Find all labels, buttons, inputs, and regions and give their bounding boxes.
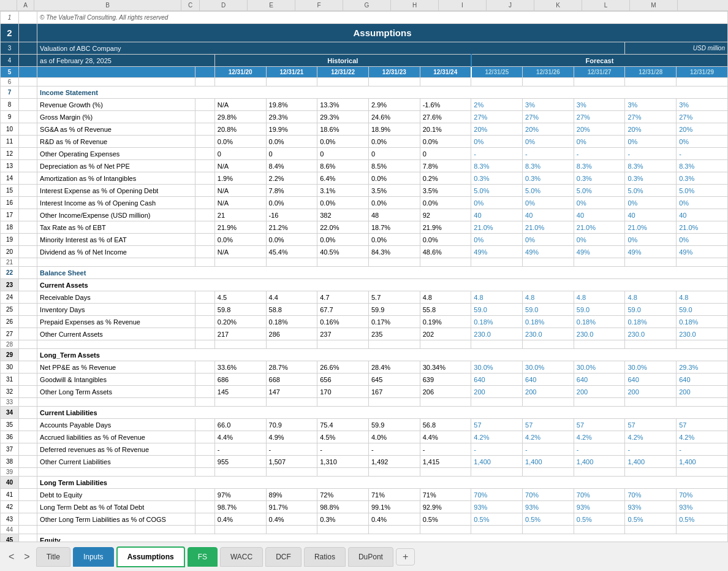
date-g: 12/31/23 bbox=[368, 67, 420, 78]
row-35: 35 Accounts Payable Days 66.0 70.9 75.4 … bbox=[1, 419, 728, 431]
date-k: 12/31/27 bbox=[574, 67, 625, 78]
tab-dcf[interactable]: DCF bbox=[265, 547, 301, 567]
date-l: 12/31/28 bbox=[625, 67, 677, 78]
tab-dupont[interactable]: DuPont bbox=[348, 547, 393, 567]
label-amort: Amortization as % of Intangibles bbox=[37, 172, 195, 185]
label-ltd: Long Term Debt as % of Total Debt bbox=[37, 501, 195, 513]
label-int-exp: Interest Expense as % of Opening Debt bbox=[37, 185, 195, 197]
label-ap-days: Accounts Payable Days bbox=[37, 419, 195, 431]
row-idx-4: 4 bbox=[1, 55, 19, 67]
label-other-ltl: Other Long Term Liabilities as % of COGS bbox=[37, 513, 195, 526]
label-accrued: Accrued liabilities as % of Revenue bbox=[37, 431, 195, 443]
row-13: 13 Depreciation as % of Net PPE N/A 8.4%… bbox=[1, 160, 728, 172]
label-rnd: R&D as % of Revenue bbox=[37, 136, 195, 148]
row-20: 20 Dividend as % of Net Income N/A 45.4%… bbox=[1, 246, 728, 258]
tab-inputs[interactable]: Inputs bbox=[73, 547, 114, 567]
label-ppe: Net PP&E as % Revenue bbox=[37, 361, 195, 374]
date-h: 12/31/24 bbox=[420, 67, 471, 78]
row-40: 40 Long Term Liabilities bbox=[1, 477, 728, 489]
row-32: 32 Other Long Term Assets 145 147 170 16… bbox=[1, 386, 728, 398]
row-24: 24 Receivable Days 4.5 4.4 4.7 5.7 4.8 4… bbox=[1, 291, 728, 304]
tab-fs[interactable]: FS bbox=[188, 547, 218, 567]
row-idx-1: 1 bbox=[1, 12, 19, 24]
tab-bar: < > Title Inputs Assumptions FS WACC DCF… bbox=[0, 542, 728, 571]
row-41: 41 Debt to Equity 97% 89% 72% 71% 71% 70… bbox=[1, 489, 728, 501]
tab-ratios[interactable]: Ratios bbox=[304, 547, 346, 567]
row-28: 28 bbox=[1, 340, 728, 349]
tab-title[interactable]: Title bbox=[36, 547, 70, 567]
label-gross-margin: Gross Margin (%) bbox=[37, 111, 195, 123]
forecast-label: Forecast bbox=[471, 55, 728, 67]
row-36: 36 Accrued liabilities as % of Revenue 4… bbox=[1, 431, 728, 443]
tab-assumptions[interactable]: Assumptions bbox=[116, 546, 185, 567]
current-liabilities-label: Current Liabilities bbox=[37, 407, 728, 419]
historical-label: Historical bbox=[214, 55, 471, 67]
row-16: 16 Interest Income as % of Opening Cash … bbox=[1, 197, 728, 209]
label-int-income: Interest Income as % of Opening Cash bbox=[37, 197, 195, 209]
row-33: 33 bbox=[1, 398, 728, 407]
current-assets-label: Current Assets bbox=[37, 279, 728, 291]
row-11: 11 R&D as % of Revenue 0.0% 0.0% 0.0% 0.… bbox=[1, 136, 728, 148]
company-name: Valuation of ABC Company bbox=[37, 42, 625, 55]
row-9: 9 Gross Margin (%) 29.8% 29.3% 29.3% 24.… bbox=[1, 111, 728, 123]
row-idx-3: 3 bbox=[1, 42, 19, 55]
income-statement-label: Income Statement bbox=[37, 86, 728, 99]
date-m: 12/31/29 bbox=[677, 67, 728, 78]
cell-a1 bbox=[19, 12, 37, 24]
row-25: 25 Inventory Days 59.8 58.8 67.7 59.9 55… bbox=[1, 304, 728, 316]
label-deferred: Deferred revenues as % of Revenue bbox=[37, 443, 195, 456]
table-scroll: 1 © The ValueTrail Consulting. All right… bbox=[0, 11, 728, 542]
spreadsheet: A B C D E F G H I J K L M bbox=[0, 0, 728, 542]
label-other-opex: Other Operating Expenses bbox=[37, 148, 195, 160]
col-header-row: A B C D E F G H I J K L M bbox=[0, 0, 728, 11]
row-38: 38 Other Current Liabilities 955 1,507 1… bbox=[1, 456, 728, 468]
copyright-text: © The ValueTrail Consulting. All rights … bbox=[37, 12, 728, 24]
row-27: 27 Other Current Assets 217 286 237 235 … bbox=[1, 328, 728, 340]
currency-label: USD million bbox=[625, 42, 728, 55]
row-21: 21 bbox=[1, 258, 728, 267]
row-6: 6 bbox=[1, 78, 728, 86]
label-sga: SG&A as % of Revenue bbox=[37, 123, 195, 136]
date-f: 12/31/22 bbox=[317, 67, 369, 78]
row-31: 31 Goodwill & Intangibles 686 668 656 64… bbox=[1, 374, 728, 386]
row-2: 2 Assumptions bbox=[1, 24, 728, 42]
row-10: 10 SG&A as % of Revenue 20.8% 19.9% 18.6… bbox=[1, 123, 728, 136]
label-other-ca: Other Current Assets bbox=[37, 328, 195, 340]
add-tab-btn[interactable]: + bbox=[396, 548, 415, 565]
prev-tab-btn[interactable]: < bbox=[5, 549, 18, 565]
cell-a5 bbox=[19, 67, 37, 78]
cell-a2 bbox=[19, 24, 37, 42]
label-minority: Minority Interest as % of EAT bbox=[37, 234, 195, 246]
long-term-liabilities-label: Long Term Liabilities bbox=[37, 477, 728, 489]
equity-label: Equity bbox=[37, 534, 728, 542]
row-43: 43 Other Long Term Liabilities as % of C… bbox=[1, 513, 728, 526]
row-45: 45 Equity bbox=[1, 534, 728, 542]
label-revenue-growth: Revenue Growth (%) bbox=[37, 99, 195, 111]
row-22: 22 Balance Sheet bbox=[1, 267, 728, 279]
row-idx-2: 2 bbox=[1, 24, 19, 42]
cell-a3 bbox=[19, 42, 37, 55]
row-30: 30 Net PP&E as % Revenue 33.6% 28.7% 26.… bbox=[1, 361, 728, 374]
date-d: 12/31/20 bbox=[214, 67, 266, 78]
long-term-assets-label: Long_Term Assets bbox=[37, 349, 728, 361]
row-37: 37 Deferred revenues as % of Revenue - -… bbox=[1, 443, 728, 456]
date-i: 12/31/25 bbox=[471, 67, 523, 78]
label-recv-days: Receivable Days bbox=[37, 291, 195, 304]
row-1: 1 © The ValueTrail Consulting. All right… bbox=[1, 12, 728, 24]
date-j: 12/31/26 bbox=[523, 67, 574, 78]
row-44: 44 bbox=[1, 526, 728, 534]
next-tab-btn[interactable]: > bbox=[20, 549, 33, 565]
row-19: 19 Minority Interest as % of EAT 0.0% 0.… bbox=[1, 234, 728, 246]
label-dividend: Dividend as % of Net Income bbox=[37, 246, 195, 258]
asof-text: as of February 28, 2025 bbox=[37, 55, 215, 67]
label-other-cl: Other Current Liabilities bbox=[37, 456, 195, 468]
row-14: 14 Amortization as % of Intangibles 1.9%… bbox=[1, 172, 728, 185]
row-8: 8 Revenue Growth (%) N/A 19.8% 13.3% 2.9… bbox=[1, 99, 728, 111]
row-42: 42 Long Term Debt as % of Total Debt 98.… bbox=[1, 501, 728, 513]
title-text: Assumptions bbox=[37, 24, 728, 42]
label-goodwill: Goodwill & Intangibles bbox=[37, 374, 195, 386]
row-3: 3 Valuation of ABC Company USD million bbox=[1, 42, 728, 55]
tab-wacc[interactable]: WACC bbox=[220, 547, 263, 567]
label-other-inc: Other Income/Expense (USD million) bbox=[37, 209, 195, 221]
cell-a4 bbox=[19, 55, 37, 67]
